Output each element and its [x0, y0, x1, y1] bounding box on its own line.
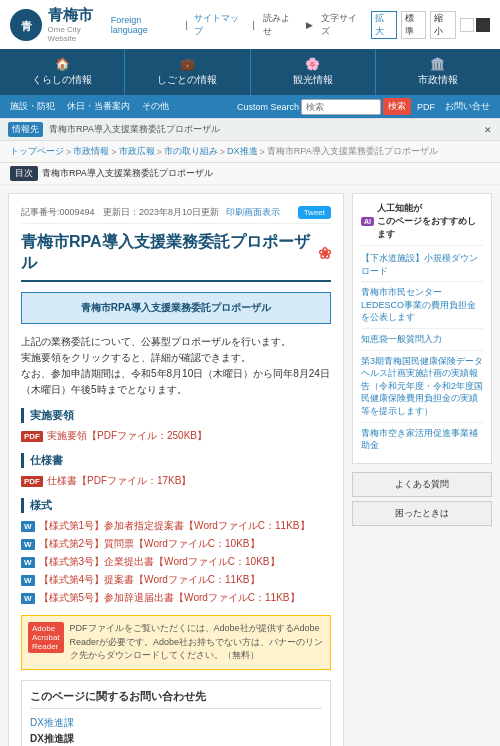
highlight-text: 青梅市RPA導入支援業務委託プロポーザル	[81, 302, 271, 313]
close-icon[interactable]: ✕	[484, 125, 492, 135]
font-size-label: 文字サイズ	[321, 12, 365, 38]
subnav-pdf[interactable]: PDF	[413, 101, 439, 113]
adobe-logo-block: AdobeAcrobatReader	[28, 622, 64, 653]
sidebar-divider-3	[361, 422, 483, 423]
ai-title-text: 人工知能がこのページをおすすめします	[377, 202, 483, 241]
main-nav: 🏠 くらしの情報 💼 しごとの情報 🌸 観光情報 🏛️ 市政情報	[0, 49, 500, 95]
subnav-other[interactable]: その他	[138, 99, 173, 114]
article-body: 上記の業務委託について、公募型プロポーザルを行います。 実施要領をクリックすると…	[21, 334, 331, 398]
sidebar-divider-2	[361, 350, 483, 351]
font-large-btn[interactable]: 拡大	[371, 11, 397, 39]
contact-dept-link[interactable]: DX推進課	[30, 717, 74, 728]
faq2-button[interactable]: 困ったときは	[352, 501, 492, 526]
subnav-holiday[interactable]: 休日・当番案内	[63, 99, 134, 114]
file-jisshi-label: 実施要領【PDFファイル：250KB】	[47, 429, 207, 443]
sidebar-link-0[interactable]: 【下水道施設】小規模ダウンロード	[361, 252, 483, 277]
city-roman: Ome City Website	[48, 25, 111, 43]
sidebar-divider-1	[361, 328, 483, 329]
nav-shigoto-link[interactable]: 💼 しごとの情報	[125, 49, 249, 95]
breadcrumb-shisei[interactable]: 市政情報	[73, 145, 109, 158]
city-name: 青梅市	[48, 6, 111, 25]
file-yoshiki5-label: 【様式第5号】参加辞退届出書【WordファイルC：11KB】	[39, 591, 300, 605]
file-yoshiki1-label: 【様式第1号】参加者指定提案書【WordファイルC：11KB】	[39, 519, 310, 533]
nav-shisei-link[interactable]: 🏛️ 市政情報	[376, 49, 500, 95]
section-jisshi-files: PDF 実施要領【PDFファイル：250KB】	[21, 429, 331, 443]
breadcrumb-top[interactable]: トップページ	[10, 145, 64, 158]
file-yoshiki4-label: 【様式第4号】提案書【WordファイルC：11KB】	[39, 573, 260, 587]
file-yoshiki5[interactable]: W 【様式第5号】参加辞退届出書【WordファイルC：11KB】	[21, 591, 331, 605]
sidebar-link-1[interactable]: 青梅市市民センターLEDESCO事業の費用負担金を公表します	[361, 286, 483, 324]
tweet-button[interactable]: Tweet	[298, 206, 331, 219]
nav-kurashi-link[interactable]: 🏠 くらしの情報	[0, 49, 124, 95]
font-normal-btn[interactable]: 標準	[401, 11, 427, 39]
file-shiyosho[interactable]: PDF 仕様書【PDFファイル：17KB】	[21, 474, 331, 488]
highlight-box: 青梅市RPA導入支援業務委託プロポーザル	[21, 292, 331, 324]
kurashi-icon: 🏠	[55, 57, 70, 71]
file-jisshi[interactable]: PDF 実施要領【PDFファイル：250KB】	[21, 429, 331, 443]
sep3: ▶	[306, 20, 313, 30]
nav-shisei-label: 市政情報	[418, 73, 458, 87]
faq-button[interactable]: よくある質問	[352, 472, 492, 497]
nav-shisei[interactable]: 🏛️ 市政情報	[376, 49, 500, 95]
bc-sep2: >	[111, 147, 116, 157]
bc-sep1: >	[66, 147, 71, 157]
section-heading-yoshiki: 様式	[21, 498, 331, 513]
utility-bar: 情報先 青梅市RPA導入支援業務委託プロポーザル ✕	[0, 119, 500, 141]
section-shiyosho-files: PDF 仕様書【PDFファイル：17KB】	[21, 474, 331, 488]
word-icon-4: W	[21, 575, 35, 586]
word-icon-5: W	[21, 593, 35, 604]
subnav-contact[interactable]: お問い合せ	[441, 99, 494, 114]
sidebar-link-3[interactable]: 第3期青梅国民健康保険データヘルス計画実施計画の実績報告（令和元年度・令和2年度…	[361, 355, 483, 418]
sub-nav-bar: 施設・防犯 休日・当番案内 その他 Custom Search 検索 PDF お…	[0, 95, 500, 118]
sidebar-link-4[interactable]: 青梅市空き家活用促進事業補助金	[361, 427, 483, 452]
bc-sep4: >	[220, 147, 225, 157]
main-content: 記事番号:0009494 更新日：2023年8月10日更新 印刷画面表示 Twe…	[8, 193, 344, 746]
adobe-text: PDFファイルをご覧いただくには、Adobe社が提供するAdobe Reader…	[70, 622, 324, 663]
file-yoshiki1[interactable]: W 【様式第1号】参加者指定提案書【WordファイルC：11KB】	[21, 519, 331, 533]
contact-title: このページに関するお問い合わせ先	[30, 689, 322, 709]
header-top: 青 青梅市 Ome City Website Foreign language …	[0, 0, 500, 49]
nav-shigoto[interactable]: 💼 しごとの情報	[125, 49, 250, 95]
article-meta-left: 記事番号:0009494 更新日：2023年8月10日更新 印刷画面表示	[21, 206, 280, 219]
section-heading-shiyosho: 仕様書	[21, 453, 331, 468]
nav-kanko-link[interactable]: 🌸 観光情報	[251, 49, 375, 95]
current-tag: 目次	[10, 166, 38, 181]
header: 青 青梅市 Ome City Website Foreign language …	[0, 0, 500, 119]
color-dark[interactable]	[476, 18, 490, 32]
sep2: |	[253, 20, 255, 30]
color-white[interactable]	[460, 18, 474, 32]
search-label-custom: Custom Search	[237, 102, 299, 112]
word-icon-3: W	[21, 557, 35, 568]
adobe-logo: AdobeAcrobatReader	[28, 622, 64, 653]
search-input[interactable]	[301, 99, 381, 115]
search-button[interactable]: 検索	[383, 98, 411, 115]
section-yoshiki-files: W 【様式第1号】参加者指定提案書【WordファイルC：11KB】 W 【様式第…	[21, 519, 331, 605]
breadcrumb-torikumi[interactable]: 市の取り組み	[164, 145, 218, 158]
font-small-btn[interactable]: 縮小	[430, 11, 456, 39]
print-link[interactable]: 印刷画面表示	[226, 207, 280, 217]
sidebar-link-2[interactable]: 知恵袋一般質問入力	[361, 333, 483, 346]
nav-kurashi[interactable]: 🏠 くらしの情報	[0, 49, 125, 95]
word-icon-1: W	[21, 521, 35, 532]
subnav-facilities[interactable]: 施設・防犯	[6, 99, 59, 114]
foreign-language-link[interactable]: Foreign language	[111, 15, 180, 35]
contact-box: このページに関するお問い合わせ先 DX推進課 DX推進課 Tel:0428-22…	[21, 680, 331, 747]
breadcrumb-dx[interactable]: DX推進	[227, 145, 258, 158]
logo-area: 青 青梅市 Ome City Website	[10, 6, 111, 43]
file-yoshiki3[interactable]: W 【様式第3号】企業提出書【WordファイルC：10KB】	[21, 555, 331, 569]
sitemap-link[interactable]: サイトマップ	[194, 12, 247, 38]
sidebar-ai-box: AI 人工知能がこのページをおすすめします 【下水道施設】小規模ダウンロード 青…	[352, 193, 492, 464]
file-yoshiki4[interactable]: W 【様式第4号】提案書【WordファイルC：11KB】	[21, 573, 331, 587]
color-switchers	[460, 18, 490, 32]
breadcrumb-koho[interactable]: 市政広報	[119, 145, 155, 158]
utility-text: 青梅市RPA導入支援業務委託プロポーザル	[49, 123, 220, 136]
city-logo-icon: 青	[10, 9, 42, 41]
ai-icon: AI	[361, 217, 374, 226]
pdf-icon-shiyosho: PDF	[21, 476, 43, 487]
kanko-icon: 🌸	[305, 57, 320, 71]
bc-sep3: >	[157, 147, 162, 157]
nav-kanko-label: 観光情報	[293, 73, 333, 87]
nav-kanko[interactable]: 🌸 観光情報	[251, 49, 376, 95]
file-yoshiki2[interactable]: W 【様式第2号】質問票【WordファイルC：10KB】	[21, 537, 331, 551]
file-shiyosho-label: 仕様書【PDFファイル：17KB】	[47, 474, 191, 488]
